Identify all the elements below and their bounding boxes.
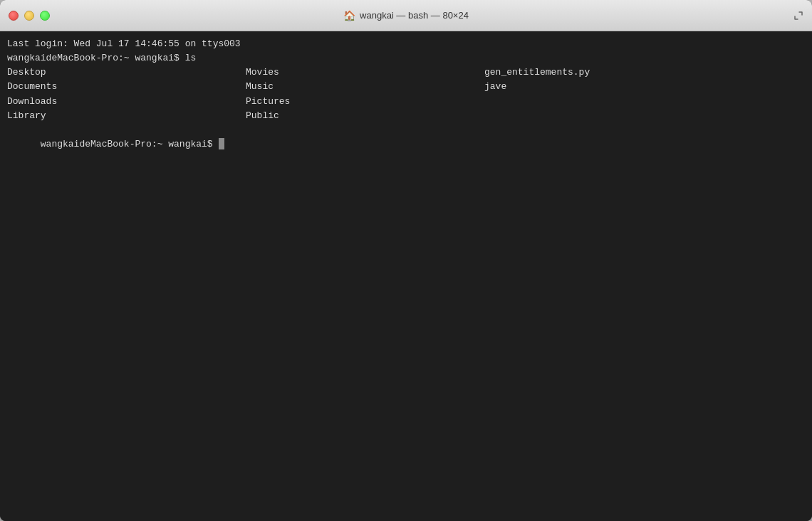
cursor	[219, 138, 224, 149]
ls-col3-gen: gen_entitlements.py	[484, 65, 805, 80]
prompt-final: wangkaideMacBook-Pro:~ wangkai$	[7, 123, 805, 166]
title-label: wangkai — bash — 80×24	[360, 10, 469, 21]
ls-col1-documents: Documents	[7, 80, 246, 94]
ls-col2-movies: Movies	[246, 65, 484, 80]
ls-col1-library: Library	[7, 109, 246, 123]
ls-col2-public: Public	[246, 109, 484, 123]
maximize-button[interactable]	[40, 11, 50, 21]
ls-col3-empty1	[484, 95, 805, 109]
ls-col1-desktop: Desktop	[7, 65, 246, 80]
ls-output: Desktop Movies gen_entitlements.py Docum…	[7, 65, 805, 123]
resize-button[interactable]	[793, 11, 803, 21]
terminal-body[interactable]: Last login: Wed Jul 17 14:46:55 on ttys0…	[0, 31, 812, 521]
ls-col1-downloads: Downloads	[7, 95, 246, 109]
ls-col2-pictures: Pictures	[246, 95, 484, 109]
ls-col3-jave: jave	[484, 80, 805, 94]
title-icon: 🏠	[343, 10, 355, 21]
login-line: Last login: Wed Jul 17 14:46:55 on ttys0…	[7, 37, 805, 51]
window-title: 🏠 wangkai — bash — 80×24	[343, 10, 469, 21]
close-button[interactable]	[9, 11, 19, 21]
ls-col2-music: Music	[246, 80, 484, 94]
prompt-text: wangkaideMacBook-Pro:~ wangkai$	[41, 139, 219, 149]
traffic-lights	[9, 11, 50, 21]
title-bar: 🏠 wangkai — bash — 80×24	[0, 0, 812, 31]
prompt-ls: wangkaideMacBook-Pro:~ wangkai$ ls	[7, 51, 805, 65]
terminal-window: 🏠 wangkai — bash — 80×24 Last login: Wed…	[0, 0, 812, 521]
ls-col3-empty2	[484, 109, 805, 123]
minimize-button[interactable]	[24, 11, 34, 21]
